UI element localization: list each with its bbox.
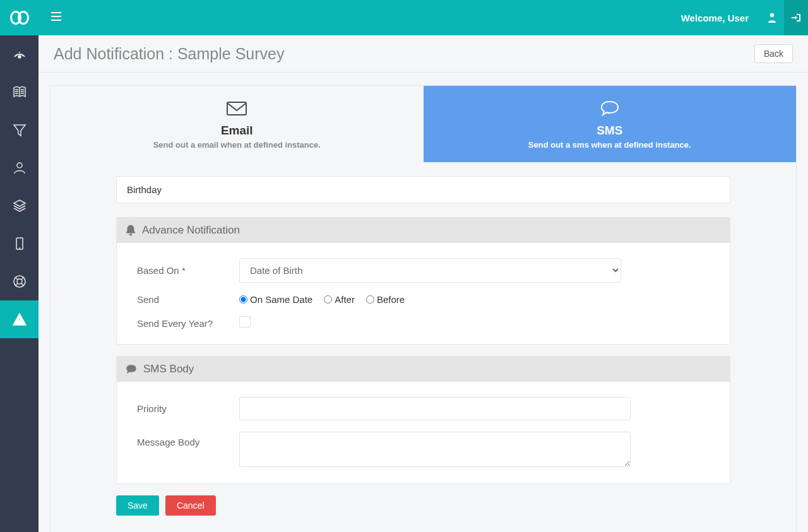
nav-users[interactable] [0, 149, 39, 187]
label-send-every-year: Send Every Year? [137, 318, 239, 329]
form-area: Advance Notification Based On * Date of … [50, 162, 796, 532]
app-logo-icon [10, 11, 29, 25]
nav-dashboard[interactable] [0, 35, 39, 73]
nav-mobile[interactable] [0, 225, 39, 263]
svg-line-8 [22, 55, 23, 56]
tab-sms[interactable]: SMS Send out a sms when at defined insta… [424, 86, 797, 162]
section-sms-body-header: SMS Body [117, 357, 730, 382]
section-advance-title: Advance Notification [142, 224, 240, 237]
nav-surveys[interactable] [0, 73, 39, 111]
nav-filters[interactable] [0, 111, 39, 149]
svg-rect-2 [51, 12, 61, 13]
radio-same-date-input[interactable] [239, 295, 247, 304]
filter-icon [13, 123, 27, 137]
radio-same-date[interactable]: On Same Date [239, 294, 312, 305]
priority-input[interactable] [239, 397, 631, 420]
radio-after[interactable]: After [324, 294, 355, 305]
svg-rect-27 [19, 322, 20, 324]
top-header: Welcome, User [0, 0, 808, 35]
cancel-button[interactable]: Cancel [165, 495, 216, 516]
page-content: Add Notification : Sample Survey Back Em… [39, 35, 808, 532]
tab-email-title: Email [57, 124, 417, 138]
section-advance-header: Advance Notification [117, 218, 730, 243]
section-sms-body-title: SMS Body [143, 363, 194, 375]
main-panel: Email Send out a email when at defined i… [50, 85, 797, 532]
nav-settings[interactable] [0, 263, 39, 300]
svg-rect-4 [51, 20, 61, 21]
based-on-select[interactable]: Date of Birth [239, 258, 621, 283]
label-based-on: Based On * [137, 265, 239, 276]
svg-point-6 [18, 56, 21, 58]
notification-name-input[interactable] [116, 176, 730, 203]
mobile-icon [14, 237, 25, 251]
hamburger-icon [51, 12, 61, 21]
svg-line-7 [16, 55, 17, 56]
bell-icon [126, 225, 136, 236]
back-button[interactable]: Back [754, 44, 793, 63]
user-menu-button[interactable] [760, 0, 784, 35]
form-actions: Save Cancel [116, 495, 730, 516]
tab-email-desc: Send out a email when at defined instanc… [57, 140, 417, 150]
svg-line-25 [21, 283, 24, 286]
send-every-year-checkbox[interactable] [239, 316, 251, 328]
chat-icon [126, 364, 137, 374]
svg-rect-26 [19, 317, 20, 321]
lifebuoy-icon [12, 274, 27, 289]
section-advance: Advance Notification Based On * Date of … [116, 217, 730, 345]
tab-sms-title: SMS [430, 124, 790, 138]
svg-line-22 [15, 277, 18, 280]
svg-point-5 [770, 13, 774, 17]
svg-line-24 [15, 283, 18, 286]
label-send: Send [137, 294, 239, 305]
radio-after-input[interactable] [324, 295, 332, 304]
svg-line-23 [21, 277, 24, 280]
email-icon [57, 100, 417, 120]
send-radio-group: On Same Date After Before [239, 294, 710, 305]
tab-email[interactable]: Email Send out a email when at defined i… [50, 86, 424, 162]
sidebar [0, 35, 39, 532]
notification-type-tabs: Email Send out a email when at defined i… [50, 86, 796, 162]
app-logo[interactable] [0, 0, 39, 35]
section-sms-body: SMS Body Priority Message Body [116, 356, 730, 484]
svg-point-17 [17, 163, 22, 168]
logout-button[interactable] [784, 0, 808, 35]
user-icon [768, 13, 776, 23]
nav-layers[interactable] [0, 187, 39, 225]
user-outline-icon [12, 160, 27, 175]
book-icon [12, 85, 27, 100]
tab-sms-desc: Send out a sms when at defined instance. [430, 140, 790, 150]
label-priority: Priority [137, 403, 239, 414]
welcome-text: Welcome, User [681, 13, 749, 23]
nav-notifications[interactable] [0, 300, 39, 338]
page-title: Add Notification : Sample Survey [54, 45, 284, 63]
page-header: Add Notification : Sample Survey Back [39, 35, 808, 73]
radio-before[interactable]: Before [366, 294, 405, 305]
svg-rect-3 [51, 16, 61, 17]
hamburger-toggle[interactable] [51, 12, 61, 23]
svg-rect-28 [227, 102, 246, 115]
sms-icon [430, 100, 790, 120]
logout-icon [790, 13, 802, 23]
warning-icon [13, 313, 27, 326]
dashboard-icon [12, 47, 27, 62]
message-body-textarea[interactable] [239, 432, 631, 467]
layers-icon [12, 198, 27, 213]
radio-before-input[interactable] [366, 295, 374, 304]
label-message-body: Message Body [137, 432, 239, 447]
save-button[interactable]: Save [116, 495, 159, 516]
svg-point-21 [17, 279, 22, 284]
